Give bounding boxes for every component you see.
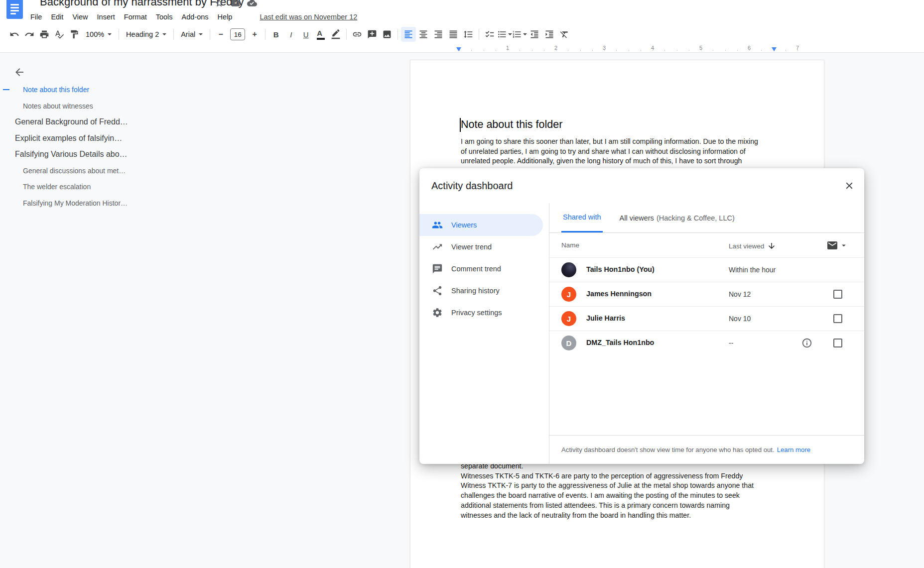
zoom-select[interactable]: 100%: [82, 27, 116, 42]
add-comment-button[interactable]: [365, 27, 380, 42]
email-viewers-button[interactable]: [826, 239, 848, 251]
viewer-last-viewed: Nov 10: [729, 315, 751, 323]
dialog-title: Activity dashboard: [431, 180, 513, 192]
line-spacing-button[interactable]: [461, 27, 476, 42]
decrease-indent-button[interactable]: [527, 27, 542, 42]
menu-help[interactable]: Help: [213, 10, 237, 23]
outline-item-general-background[interactable]: General Background of Fredd…: [0, 114, 349, 130]
right-indent-marker[interactable]: [772, 47, 777, 51]
nav-label: Viewer trend: [451, 243, 492, 251]
column-name: Name: [561, 241, 579, 249]
back-arrow-icon: [13, 66, 25, 78]
nav-item-comment-trend[interactable]: Comment trend: [419, 258, 543, 280]
insert-link-button[interactable]: [350, 27, 365, 42]
avatar: J: [561, 287, 576, 302]
menu-file[interactable]: File: [26, 10, 46, 23]
decrease-font-size-button[interactable]: −: [213, 27, 228, 42]
avatar: [561, 262, 576, 277]
bulleted-list-button[interactable]: [497, 27, 512, 42]
menu-view[interactable]: View: [68, 10, 92, 23]
undo-button[interactable]: [7, 27, 22, 42]
outline-item-notes-about-witnesses[interactable]: Notes about witnesses: [0, 98, 349, 114]
document-heading: Note about this folder: [461, 117, 562, 132]
left-indent-marker[interactable]: [456, 47, 461, 51]
align-center-button[interactable]: [416, 27, 431, 42]
outline-item-explicit-examples[interactable]: Explicit examples of falsifyin…: [0, 130, 349, 147]
dialog-body: Viewers Viewer trend Comment trend Shari…: [419, 203, 864, 464]
viewer-row: J Julie Harris Nov 10: [549, 307, 864, 331]
nav-item-privacy-settings[interactable]: Privacy settings: [419, 302, 543, 324]
dialog-nav: Viewers Viewer trend Comment trend Shari…: [419, 203, 549, 464]
viewer-row: J James Henningson Nov 12: [549, 282, 864, 307]
align-right-button[interactable]: [431, 27, 446, 42]
numbered-list-button[interactable]: [512, 27, 527, 42]
title-actions: [214, 0, 257, 8]
spellcheck-button[interactable]: [52, 27, 67, 42]
menu-tools[interactable]: Tools: [151, 10, 177, 23]
paragraph-top: I am going to share this sooner than lat…: [461, 137, 780, 166]
google-docs-app: Background of my harrassment by Freddy F…: [0, 0, 924, 568]
outline-item-welder-escalation[interactable]: The welder escalation: [0, 179, 349, 195]
paragraph-style-select[interactable]: Heading 2: [122, 27, 170, 42]
increase-font-size-button[interactable]: +: [247, 27, 262, 42]
footer-text: Activity dashboard doesn't show view tim…: [561, 446, 775, 454]
underline-button[interactable]: U: [298, 27, 313, 42]
move-folder-icon[interactable]: [231, 0, 241, 8]
font-family-select[interactable]: Arial: [177, 27, 207, 42]
column-last-viewed[interactable]: Last viewed: [729, 241, 776, 250]
increase-indent-button[interactable]: [542, 27, 557, 42]
nav-item-sharing-history[interactable]: Sharing history: [419, 280, 543, 302]
select-viewer-checkbox[interactable]: [833, 339, 842, 347]
viewer-info-button[interactable]: [801, 338, 812, 348]
align-left-button[interactable]: [401, 27, 416, 42]
menu-format[interactable]: Format: [120, 10, 151, 23]
nav-item-viewers[interactable]: Viewers: [419, 214, 543, 236]
bold-button[interactable]: B: [268, 27, 283, 42]
text-color-button[interactable]: A: [313, 27, 328, 42]
menu-addons[interactable]: Add-ons: [177, 10, 213, 23]
menu-edit[interactable]: Edit: [46, 10, 68, 23]
tab-shared-with[interactable]: Shared with: [561, 203, 603, 232]
print-button[interactable]: [37, 27, 52, 42]
insert-image-button[interactable]: [380, 27, 395, 42]
last-edit-link[interactable]: Last edit was on November 12: [260, 13, 357, 21]
nav-label: Viewers: [451, 221, 477, 229]
tab-all-viewers[interactable]: All viewers (Hacking & Coffee, LLC): [620, 203, 735, 232]
outline-item-note-about-this-folder[interactable]: Note about this folder: [0, 82, 349, 98]
dialog-footer: Activity dashboard doesn't show view tim…: [549, 435, 864, 464]
redo-button[interactable]: [22, 27, 37, 42]
sort-descending-icon: [767, 241, 776, 250]
docs-logo-icon[interactable]: [6, 0, 23, 19]
paint-format-button[interactable]: [67, 27, 82, 42]
comment-icon: [432, 263, 443, 274]
star-icon[interactable]: [214, 0, 224, 8]
viewer-row: Tails Hon1nbo (You) Within the hour: [549, 258, 864, 282]
select-viewer-checkbox[interactable]: [833, 290, 842, 299]
activity-dashboard-dialog: Activity dashboard Viewers Viewer trend …: [419, 168, 864, 464]
highlight-color-button[interactable]: [328, 27, 343, 42]
gear-icon: [432, 307, 443, 318]
outline-item-general-discussions[interactable]: General discussions about met…: [0, 163, 349, 179]
nav-label: Privacy settings: [451, 309, 502, 317]
document-title[interactable]: Background of my harrassment by Freddy: [40, 0, 244, 8]
viewer-name: James Henningson: [586, 290, 652, 298]
cloud-status-icon[interactable]: [247, 0, 257, 8]
checklist-button[interactable]: [482, 27, 497, 42]
font-size-input[interactable]: 16: [230, 28, 245, 40]
close-outline-button[interactable]: [12, 65, 27, 80]
dialog-header: Activity dashboard: [419, 168, 864, 203]
outline-item-moderation-history[interactable]: Falsifying My Moderation Histor…: [0, 195, 349, 212]
clear-formatting-button[interactable]: [557, 27, 572, 42]
align-justify-button[interactable]: [446, 27, 461, 42]
viewer-name: DMZ_Tails Hon1nbo: [586, 339, 654, 346]
select-viewer-checkbox[interactable]: [833, 314, 842, 323]
nav-item-viewer-trend[interactable]: Viewer trend: [419, 236, 543, 258]
outline-item-falsifying-details[interactable]: Falsifying Various Details abo…: [0, 146, 349, 163]
chevron-down-icon: [839, 241, 848, 250]
viewer-name: Tails Hon1nbo (You): [586, 265, 655, 273]
menu-insert[interactable]: Insert: [93, 10, 120, 23]
italic-button[interactable]: I: [283, 27, 298, 42]
learn-more-link[interactable]: Learn more: [777, 446, 810, 454]
close-dialog-button[interactable]: [843, 180, 855, 192]
nav-label: Comment trend: [451, 265, 501, 273]
